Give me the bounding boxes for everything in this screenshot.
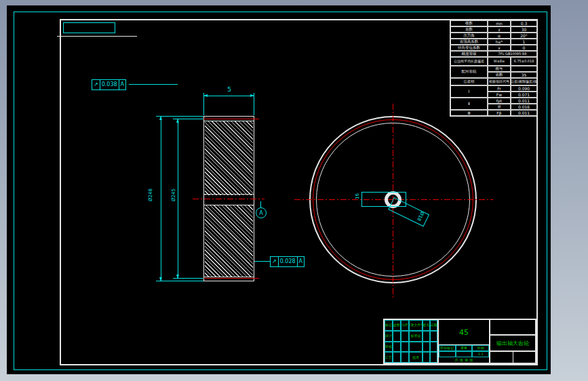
tb-cell: [393, 352, 401, 363]
leader-line: [254, 261, 270, 262]
tb-cell: [401, 331, 409, 342]
corner-attachment-line: [57, 36, 137, 37]
table-cell: Fβ: [488, 110, 511, 116]
table-cell: Fr: [488, 85, 511, 92]
part-name: 输出轴大齿轮: [490, 336, 535, 352]
dimension-pitch-diameter: Ø245: [172, 182, 176, 209]
tb-cell: [513, 352, 536, 363]
table-cell: 0.090: [511, 85, 537, 92]
runout-symbol-icon: ↗: [271, 257, 279, 266]
table-cell: mn: [488, 20, 511, 26]
tb-cell: [393, 331, 401, 342]
corner-attachment-box: [63, 22, 115, 33]
table-cell: 图号: [488, 66, 511, 72]
table-cell: 检验项目代号: [488, 78, 511, 85]
material-label: 45: [439, 320, 489, 345]
table-cell: 0.071: [511, 92, 537, 98]
table-cell: 0.011: [511, 110, 537, 116]
tolerance-value: 0.028: [279, 257, 298, 266]
tb-cell: 日期: [430, 320, 437, 331]
table-cell: x: [488, 45, 511, 51]
tb-cell: 比例: [472, 345, 489, 351]
tb-cell: 审核: [385, 342, 393, 353]
dimension-line: [203, 96, 254, 96]
table-cell: [511, 66, 537, 72]
tolerance-frame-top: ↗ 0.038 A: [92, 79, 126, 90]
datum-stem: [260, 201, 261, 207]
revision-signature-grid: 标记 处数 分区 更改文件号 签名 日期 设计 标准化 审核 工艺 批准: [385, 320, 439, 363]
table-cell: fpt: [488, 98, 511, 104]
table-cell: 压力角: [450, 33, 488, 39]
dimension-keyway-width: 16: [355, 190, 360, 203]
tb-cell: 阶段标记: [439, 345, 456, 351]
tb-cell: 设计: [385, 331, 393, 342]
dimension-tip-diameter: Ø248: [149, 182, 153, 209]
table-cell: Ⅰ: [450, 85, 488, 98]
table-cell: Fw: [488, 92, 511, 98]
material-and-scale: 45 阶段标记 重量 比例 1:1 共 张 第 张: [439, 320, 490, 363]
tb-cell: 批准: [409, 352, 423, 363]
datum-balloon: A: [256, 207, 267, 218]
table-cell: 0.011: [511, 98, 537, 104]
table-cell: α: [488, 33, 511, 39]
table-cell: 35: [511, 72, 537, 78]
table-cell: z: [488, 26, 511, 33]
runout-symbol-icon: ↗: [92, 80, 100, 89]
cad-drawing-canvas[interactable]: 模数 mn 0.3 齿数 z 30 压力角 α 20° 齿顶高系数 ha* 1 …: [0, 0, 588, 381]
tb-cell: 更改文件号: [409, 320, 423, 331]
centerline: [193, 199, 264, 199]
table-cell: W±Ew: [488, 57, 511, 66]
dimension-face-width: 5: [224, 87, 235, 93]
section-line: [204, 121, 254, 121]
tb-cell: 处数: [393, 320, 401, 331]
tb-cell: [401, 352, 409, 363]
hatch-area-lower: [205, 205, 253, 277]
tb-cell: [423, 342, 430, 353]
pitch-line-top: [198, 119, 259, 119]
tb-cell: [430, 331, 437, 342]
dimension-arrow: [250, 94, 254, 97]
table-cell: 公差组: [450, 78, 488, 85]
dimension-bore: Ø18: [416, 210, 425, 221]
tb-cell: [430, 352, 437, 363]
tb-cell: [430, 342, 437, 353]
tolerance-frame-bottom: ↗ 0.028 A: [270, 256, 305, 267]
tb-cell: [456, 351, 473, 357]
tolerance-datum: A: [298, 257, 304, 266]
tb-cell: 标记: [385, 320, 393, 331]
table-cell: 齿数: [488, 72, 511, 78]
dimension-line: [161, 116, 161, 281]
title-block: 标记 处数 分区 更改文件号 签名 日期 设计 标准化 审核 工艺 批准: [383, 319, 536, 364]
table-cell: 公差(极限偏差)值: [511, 78, 537, 85]
table-cell: 0.016: [511, 104, 537, 110]
pitch-line-bottom: [198, 278, 259, 279]
tb-cell: [490, 352, 513, 363]
tb-cell: 分区: [401, 320, 409, 331]
tolerance-value: 0.038: [100, 80, 119, 89]
sheet-count: 共 张 第 张: [439, 357, 489, 363]
table-cell: 公法线平均长度偏差: [450, 57, 488, 66]
scale-value: 1:1: [472, 351, 489, 357]
table-cell: 精度等级: [450, 51, 488, 57]
table-cell: 20°: [511, 33, 537, 39]
table-cell: ff: [488, 104, 511, 110]
table-cell: 7FL GB10095-88: [488, 51, 537, 57]
tb-cell: [423, 352, 430, 363]
tb-cell: 重量: [456, 345, 473, 351]
stage-grid: 阶段标记 重量 比例 1:1: [439, 345, 489, 357]
tb-cell: [409, 342, 423, 353]
table-cell: Ⅲ: [450, 110, 488, 116]
tb-cell: 工艺: [385, 352, 393, 363]
table-cell: Ⅱ: [450, 98, 488, 110]
table-cell: 模数: [450, 20, 488, 26]
table-cell: ha*: [488, 39, 511, 45]
bore-edge-line: [204, 205, 254, 205]
section-line: [204, 277, 254, 277]
tb-cell: [393, 342, 401, 353]
tb-cell: 签名: [423, 320, 430, 331]
tb-cell: [439, 351, 456, 357]
drawing-number-cell: [490, 320, 535, 336]
extension-line: [156, 281, 203, 281]
hatch-area-upper: [205, 121, 253, 195]
table-cell: 径向变位系数: [450, 45, 488, 51]
